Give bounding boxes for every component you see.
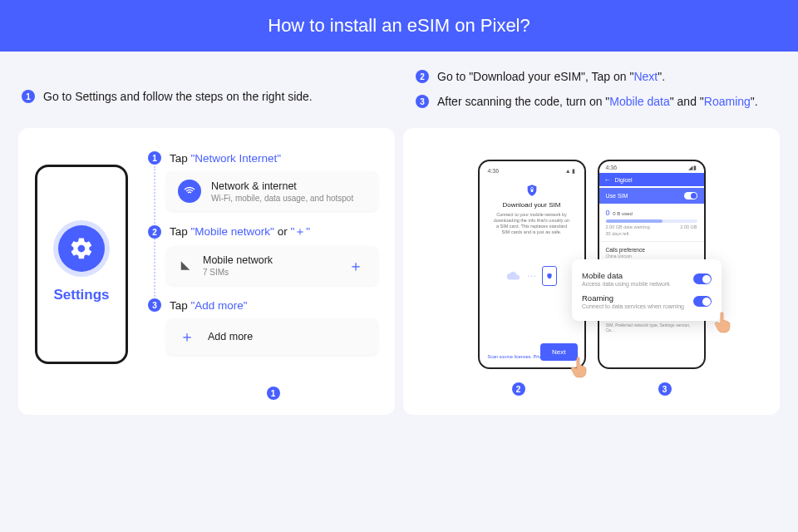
status-icons-a: ▲ ▮ <box>565 168 576 175</box>
step-1: 1 Tap "Network Internet" Network & inter… <box>148 151 378 211</box>
roaming-toggle-row[interactable]: Roaming Connect to data services when ro… <box>582 290 712 313</box>
shield-icon <box>525 183 539 198</box>
step1-tap: Tap <box>170 152 191 165</box>
panel2-footer: 2 3 <box>420 382 763 396</box>
card2-sub: 7 SIMs <box>203 268 273 277</box>
instruction-2: 2 Go to "Download your eSIM", Tap on "Ne… <box>416 70 776 83</box>
step3-hl: "Add more" <box>191 299 248 312</box>
status-bar-b: 4:36 ◢ ▮ <box>599 161 704 173</box>
mobile-data-toggle-row[interactable]: Mobile data Access data using mobile net… <box>582 268 712 290</box>
mobile-data-toggle[interactable] <box>693 273 712 284</box>
calls-title: Calls preference <box>606 247 645 253</box>
adv-sub: SIM, Preferred network type, Settings ve… <box>606 323 697 332</box>
signal-icon <box>178 260 193 272</box>
toggle-overlay-card: Mobile data Access data using mobile net… <box>572 259 722 321</box>
panel-1: Settings 1 Tap "Network Internet" <box>18 128 395 415</box>
carrier-name: Digicel <box>615 177 633 183</box>
data-big: 0 <box>606 209 610 217</box>
step-2: 2 Tap "Mobile network" or "＋" Mobile net… <box>148 224 378 285</box>
data-bar <box>606 219 697 223</box>
steps-column: 1 Tap "Network Internet" Network & inter… <box>148 151 378 368</box>
next-button[interactable]: Next <box>540 343 577 361</box>
badge-1: 1 <box>22 90 35 103</box>
card1-sub: Wi-Fi, mobile, data usage, and hotspot <box>211 194 353 203</box>
instruction-3: 3 After scanning the code, turn on "Mobi… <box>416 95 776 108</box>
dots-icon: • • • <box>528 273 536 278</box>
network-internet-card[interactable]: Network & internet Wi-Fi, mobile, data u… <box>166 171 378 211</box>
instr3-hl1: Mobile data <box>609 95 669 108</box>
plus-icon[interactable]: ＋ <box>348 256 367 276</box>
footer-badge-3: 3 <box>658 382 672 396</box>
data-limit: 2.00 GB <box>680 224 697 229</box>
card3-title: Add more <box>208 331 253 342</box>
roaming-sub: Connect to data services when roaming <box>582 303 684 309</box>
cloud-icon <box>506 271 521 281</box>
mobile-data-sub: Access data using mobile network <box>582 281 670 287</box>
step3-badge: 3 <box>148 298 161 312</box>
time-b: 4:36 <box>606 165 618 171</box>
step2-or: or <box>274 225 291 238</box>
instr2-hl: Next <box>633 70 658 83</box>
settings-label: Settings <box>53 287 109 303</box>
panel1-footer: 1 <box>35 387 378 400</box>
status-bar-a: 4:36 ▲ ▮ <box>485 166 579 176</box>
roaming-toggle[interactable] <box>693 296 712 307</box>
instr3-pre: After scanning the code, turn on " <box>437 95 609 108</box>
wifi-icon <box>178 180 201 203</box>
time-a: 4:36 <box>488 168 500 175</box>
step3-tap: Tap <box>170 299 191 312</box>
status-icons-b: ◢ ▮ <box>688 165 697 171</box>
add-more-card[interactable]: ＋ Add more <box>166 318 378 355</box>
use-sim-toggle[interactable] <box>684 192 697 200</box>
svg-rect-0 <box>530 190 533 192</box>
use-sim-row[interactable]: Use SIM <box>599 188 704 204</box>
badge-2: 2 <box>416 70 429 83</box>
footer-badge-1: 1 <box>267 387 280 400</box>
page-header: How to install an eSIM on Pixel? <box>0 0 798 52</box>
step-3: 3 Tap "Add more" ＋ Add more <box>148 298 378 355</box>
instruction-1-text: Go to Settings and follow the steps on t… <box>43 90 313 103</box>
instruction-2-text: Go to "Download your eSIM", Tap on "Next… <box>437 70 665 83</box>
step1-badge: 1 <box>148 151 161 165</box>
step2-text: Tap "Mobile network" or "＋" <box>170 224 310 239</box>
plus-icon: ＋ <box>178 327 198 347</box>
badge-3: 3 <box>416 95 429 108</box>
settings-phone-frame: Settings <box>35 165 128 364</box>
instructions-block: 1 Go to Settings and follow the steps on… <box>0 52 798 128</box>
panel-2: 4:36 ▲ ▮ Download your SIM Connect to yo… <box>403 128 780 415</box>
step2-hl: "Mobile network" <box>191 225 274 238</box>
data-warning: 2.00 GB data warning <box>606 224 650 229</box>
footer-badge-2: 2 <box>512 382 525 396</box>
data-used: 0 B used <box>613 211 633 216</box>
step3-text: Tap "Add more" <box>170 299 248 312</box>
carrier-bar: ← Digicel <box>599 173 704 186</box>
card1-title: Network & internet <box>211 180 353 192</box>
page-title: How to install an eSIM on Pixel? <box>268 15 530 36</box>
roaming-label: Roaming <box>582 293 613 303</box>
card2-title: Mobile network <box>203 254 273 266</box>
panels-row: Settings 1 Tap "Network Internet" <box>0 128 798 415</box>
cloud-sim-graphic: • • • <box>485 266 579 286</box>
data-days: 30 days left <box>606 231 629 236</box>
instruction-3-text: After scanning the code, turn on "Mobile… <box>437 95 758 108</box>
step1-text: Tap "Network Internet" <box>170 152 281 165</box>
calls-sub: China Unicom <box>606 254 697 259</box>
back-arrow-icon[interactable]: ← <box>604 175 612 184</box>
step2-badge: 2 <box>148 225 161 239</box>
use-sim-label: Use SIM <box>606 193 628 199</box>
sim-card-icon <box>542 266 557 286</box>
mobile-network-card[interactable]: Mobile network 7 SIMs ＋ <box>166 246 378 285</box>
data-usage-block: 0 0 B used 2.00 GB data warning 2.00 GB … <box>599 204 704 241</box>
instr3-post: ". <box>751 95 758 108</box>
mobile-data-label: Mobile data <box>582 271 623 280</box>
gear-icon <box>58 225 105 272</box>
download-sim-phone: 4:36 ▲ ▮ Download your SIM Connect to yo… <box>478 160 586 369</box>
step2-tap: Tap <box>170 225 191 238</box>
instr2-pre: Go to "Download your eSIM", Tap on " <box>437 70 633 83</box>
instr3-hl2: Roaming <box>704 95 751 108</box>
instr2-post: ". <box>658 70 665 83</box>
step1-hl: "Network Internet" <box>191 152 282 165</box>
instruction-1: 1 Go to Settings and follow the steps on… <box>22 90 382 103</box>
instr3-mid: " and " <box>670 95 704 108</box>
download-desc: Connect to your mobile network by downlo… <box>485 212 579 236</box>
